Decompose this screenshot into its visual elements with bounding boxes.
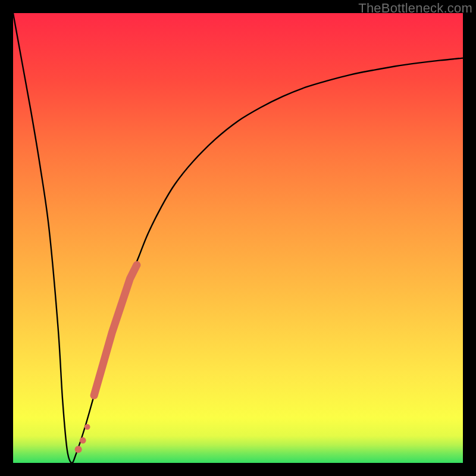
accent-dot <box>80 437 86 444</box>
chart-frame: TheBottleneck.com <box>0 0 476 476</box>
chart-svg <box>13 13 463 463</box>
gradient-background <box>13 13 463 463</box>
accent-dot <box>84 424 90 430</box>
plot-area <box>13 13 463 463</box>
watermark-text: TheBottleneck.com <box>358 1 472 16</box>
accent-dot <box>75 446 82 453</box>
